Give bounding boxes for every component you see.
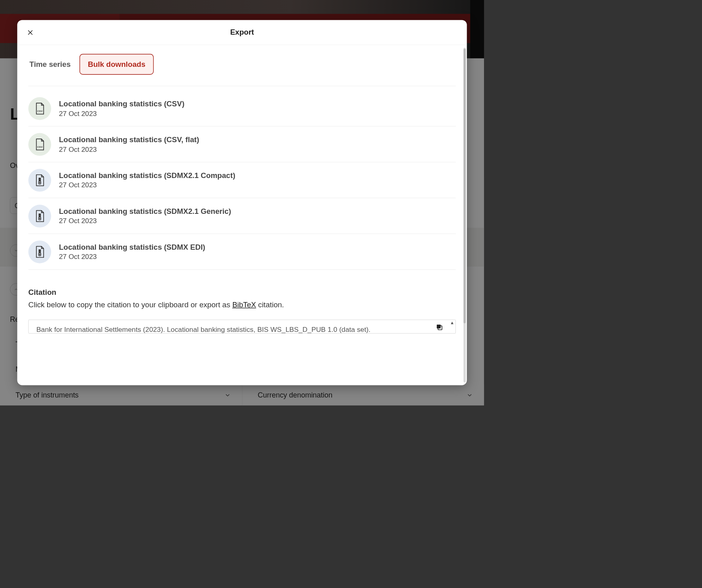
- copy-icon[interactable]: [436, 323, 443, 331]
- citation-section: Citation Click below to copy the citatio…: [28, 288, 456, 333]
- download-row[interactable]: Locational banking statistics (CSV, flat…: [28, 126, 456, 162]
- modal-backdrop[interactable]: Export Time series Bulk downloads Locati…: [0, 0, 484, 406]
- tab-bulk-downloads[interactable]: Bulk downloads: [79, 54, 154, 75]
- export-modal: Export Time series Bulk downloads Locati…: [17, 20, 467, 385]
- tab-time-series[interactable]: Time series: [28, 56, 72, 73]
- scrollbar-track[interactable]: [463, 48, 466, 383]
- download-row[interactable]: Locational banking statistics (SDMX2.1 C…: [28, 162, 456, 198]
- modal-body: Time series Bulk downloads Locational ba…: [17, 45, 467, 385]
- download-title: Locational banking statistics (SDMX2.1 C…: [59, 171, 456, 180]
- csv-file-icon: [28, 97, 51, 120]
- modal-header: Export: [17, 20, 467, 45]
- zip-file-icon: [28, 205, 51, 228]
- zip-file-icon: [28, 169, 51, 192]
- scroll-up-icon[interactable]: ▲: [450, 321, 455, 325]
- citation-instruction: Click below to copy the citation to your…: [28, 300, 456, 309]
- download-date: 27 Oct 2023: [59, 253, 456, 261]
- download-title: Locational banking statistics (CSV): [59, 100, 456, 108]
- citation-text-box[interactable]: Bank for International Settlements (2023…: [28, 320, 456, 333]
- svg-rect-1: [437, 325, 441, 329]
- bibtex-link[interactable]: BibTeX: [232, 300, 256, 309]
- download-date: 27 Oct 2023: [59, 217, 456, 225]
- download-row[interactable]: Locational banking statistics (CSV)27 Oc…: [28, 89, 456, 126]
- download-title: Locational banking statistics (SDMX EDI): [59, 243, 456, 251]
- download-row[interactable]: Locational banking statistics (SDMX EDI)…: [28, 234, 456, 270]
- download-list: Locational banking statistics (CSV)27 Oc…: [28, 89, 456, 270]
- download-date: 27 Oct 2023: [59, 181, 456, 189]
- csv-file-icon: [28, 133, 51, 156]
- export-tabs: Time series Bulk downloads: [28, 54, 456, 86]
- zip-file-icon: [28, 240, 51, 263]
- citation-heading: Citation: [28, 288, 456, 296]
- close-icon: [27, 29, 34, 36]
- download-title: Locational banking statistics (SDMX2.1 G…: [59, 207, 456, 215]
- modal-title: Export: [230, 28, 254, 37]
- download-row[interactable]: Locational banking statistics (SDMX2.1 G…: [28, 198, 456, 234]
- scrollbar-thumb[interactable]: [463, 49, 466, 323]
- download-date: 27 Oct 2023: [59, 110, 456, 118]
- close-button[interactable]: [26, 28, 35, 37]
- download-date: 27 Oct 2023: [59, 145, 456, 153]
- citation-text: Bank for International Settlements (2023…: [29, 320, 455, 333]
- download-title: Locational banking statistics (CSV, flat…: [59, 136, 456, 144]
